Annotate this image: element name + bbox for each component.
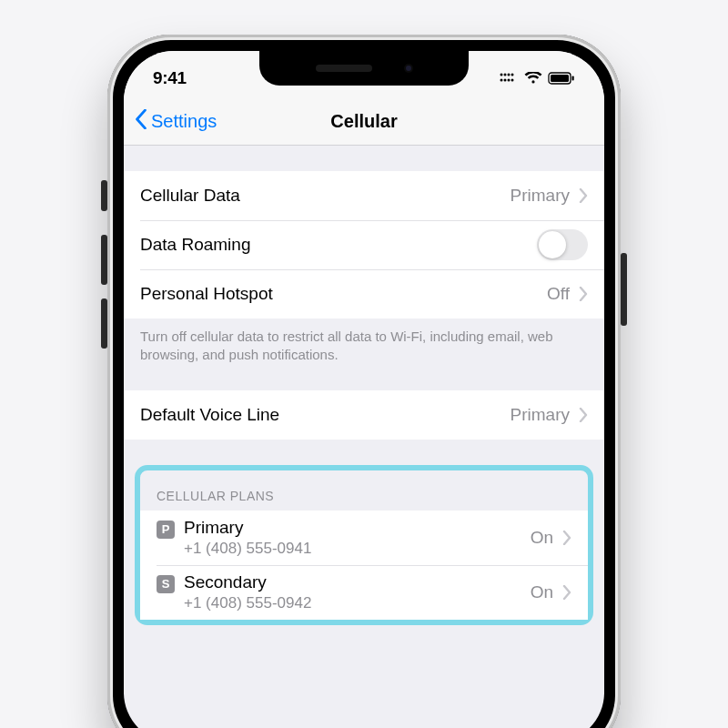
- plan-number: +1 (408) 555-0941: [184, 540, 311, 558]
- plan-name: Primary: [184, 518, 311, 538]
- plan-row-secondary[interactable]: S Secondary +1 (408) 555-0942 On: [140, 565, 588, 620]
- default-voice-line-row[interactable]: Default Voice Line Primary: [124, 390, 604, 440]
- svg-point-6: [508, 79, 511, 82]
- settings-group-main: Cellular Data Primary Data Roaming: [124, 171, 604, 365]
- svg-point-3: [511, 74, 514, 76]
- status-right-cluster: [499, 65, 575, 85]
- cellular-plans-section: CELLULAR PLANS P Primary +1 (408) 555-09…: [135, 465, 593, 625]
- svg-point-0: [500, 74, 503, 76]
- volume-up-button: [101, 235, 107, 285]
- earpiece-speaker: [316, 65, 372, 72]
- back-button[interactable]: Settings: [124, 109, 217, 134]
- screen: 9:41 Settings Cellular: [124, 51, 604, 728]
- svg-point-5: [504, 79, 507, 82]
- cellular-data-value: Primary: [511, 186, 570, 206]
- cellular-plans-header: CELLULAR PLANS: [140, 489, 588, 511]
- phone-frame: 9:41 Settings Cellular: [107, 35, 621, 728]
- data-roaming-row[interactable]: Data Roaming: [124, 220, 604, 269]
- settings-group-voice: Default Voice Line Primary: [124, 390, 604, 440]
- default-voice-line-value: Primary: [511, 405, 570, 425]
- personal-hotspot-label: Personal Hotspot: [140, 284, 273, 304]
- plan-name: Secondary: [184, 572, 311, 592]
- settings-content: Cellular Data Primary Data Roaming: [124, 146, 604, 625]
- chevron-right-icon: [562, 531, 571, 545]
- default-voice-line-label: Default Voice Line: [140, 405, 279, 425]
- back-label: Settings: [151, 111, 217, 132]
- plan-status: On: [531, 528, 553, 548]
- navigation-bar: Settings Cellular: [124, 98, 604, 146]
- display-notch: [259, 51, 469, 86]
- cellular-data-footer: Turn off cellular data to restrict all d…: [124, 318, 604, 365]
- svg-point-4: [500, 79, 503, 82]
- cellular-data-row[interactable]: Cellular Data Primary: [124, 171, 604, 220]
- battery-icon: [548, 72, 575, 85]
- chevron-right-icon: [579, 188, 588, 203]
- plan-status: On: [531, 582, 553, 602]
- mute-switch: [101, 180, 107, 211]
- chevron-right-icon: [579, 408, 588, 422]
- data-roaming-toggle[interactable]: [537, 229, 588, 260]
- wifi-icon: [524, 72, 542, 85]
- cellular-data-label: Cellular Data: [140, 186, 240, 206]
- chevron-right-icon: [579, 287, 588, 301]
- svg-rect-9: [551, 75, 569, 82]
- data-roaming-label: Data Roaming: [140, 235, 250, 255]
- svg-point-7: [511, 79, 514, 82]
- back-chevron-icon: [135, 109, 147, 134]
- plan-row-primary[interactable]: P Primary +1 (408) 555-0941 On: [140, 511, 588, 565]
- plan-number: +1 (408) 555-0942: [184, 594, 311, 612]
- status-time: 9:41: [153, 61, 187, 88]
- personal-hotspot-row[interactable]: Personal Hotspot Off: [124, 269, 604, 318]
- plan-badge-icon: S: [157, 575, 175, 593]
- personal-hotspot-value: Off: [547, 284, 570, 304]
- power-button: [621, 253, 627, 326]
- front-camera: [404, 64, 413, 73]
- svg-point-1: [504, 74, 507, 76]
- svg-point-2: [508, 74, 511, 76]
- volume-down-button: [101, 298, 107, 349]
- plan-badge-icon: P: [157, 521, 175, 539]
- svg-rect-10: [572, 76, 574, 81]
- chevron-right-icon: [562, 585, 571, 600]
- signal-bars-icon: [499, 72, 519, 85]
